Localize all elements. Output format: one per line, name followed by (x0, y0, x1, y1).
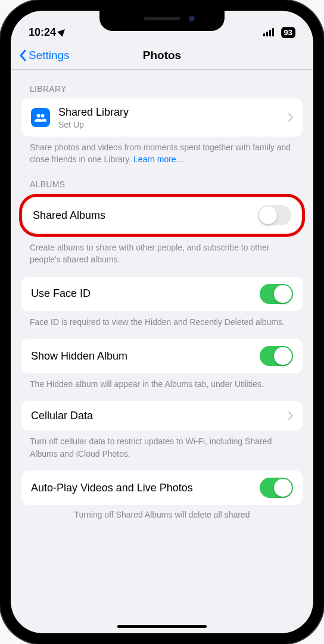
notch (99, 11, 225, 31)
shared-library-row[interactable]: Shared Library Set Up (21, 98, 303, 137)
battery-badge: 93 (281, 27, 295, 38)
chevron-right-icon (288, 113, 293, 122)
signal-icon (263, 28, 274, 36)
autoplay-footer-partial: Turning off Shared Albums will delete al… (21, 505, 303, 519)
shared-library-title: Shared Library (58, 106, 288, 119)
albums-footer: Create albums to share with other people… (21, 237, 303, 266)
back-label: Settings (29, 49, 70, 62)
autoplay-row[interactable]: Auto-Play Videos and Live Photos (21, 470, 303, 505)
hidden-album-footer: The Hidden album will appear in the Albu… (21, 373, 303, 390)
face-id-toggle[interactable] (260, 284, 293, 304)
phone-screen: 10:24 93 Settings Photos (11, 11, 313, 633)
face-id-footer: Face ID is required to view the Hidden a… (21, 311, 303, 328)
nav-bar: Settings Photos (11, 43, 313, 70)
page-title: Photos (143, 49, 181, 62)
status-time: 10:24 (29, 26, 56, 39)
shared-library-subtitle: Set Up (58, 120, 288, 129)
people-icon (31, 108, 50, 127)
home-indicator[interactable] (117, 625, 207, 628)
shared-albums-toggle[interactable] (258, 205, 291, 225)
face-id-title: Use Face ID (31, 287, 260, 301)
back-button[interactable]: Settings (19, 49, 70, 62)
chevron-left-icon (19, 49, 26, 61)
phone-frame: 10:24 93 Settings Photos (0, 0, 324, 644)
location-icon (57, 27, 67, 37)
autoplay-title: Auto-Play Videos and Live Photos (31, 481, 260, 495)
hidden-album-title: Show Hidden Album (31, 349, 260, 363)
hidden-album-toggle[interactable] (260, 346, 293, 366)
highlight-annotation: Shared Albums (19, 194, 305, 237)
chevron-right-icon (288, 411, 293, 420)
learn-more-link[interactable]: Learn more… (133, 154, 185, 164)
library-header: LIBRARY (21, 70, 303, 98)
shared-albums-row[interactable]: Shared Albums (23, 198, 301, 233)
shared-albums-title: Shared Albums (33, 209, 258, 222)
cellular-data-row[interactable]: Cellular Data (21, 401, 303, 431)
albums-header: ALBUMS (21, 165, 303, 194)
hidden-album-row[interactable]: Show Hidden Album (21, 339, 303, 373)
autoplay-toggle[interactable] (260, 478, 293, 498)
content-scroll[interactable]: LIBRARY Shared Library Set Up Share phot… (11, 70, 313, 627)
cellular-footer: Turn off cellular data to restrict updat… (21, 431, 303, 460)
face-id-row[interactable]: Use Face ID (21, 277, 303, 311)
cellular-data-title: Cellular Data (31, 409, 288, 423)
library-footer: Share photos and videos from moments spe… (21, 137, 303, 166)
svg-point-1 (41, 114, 45, 117)
svg-point-0 (37, 114, 40, 117)
